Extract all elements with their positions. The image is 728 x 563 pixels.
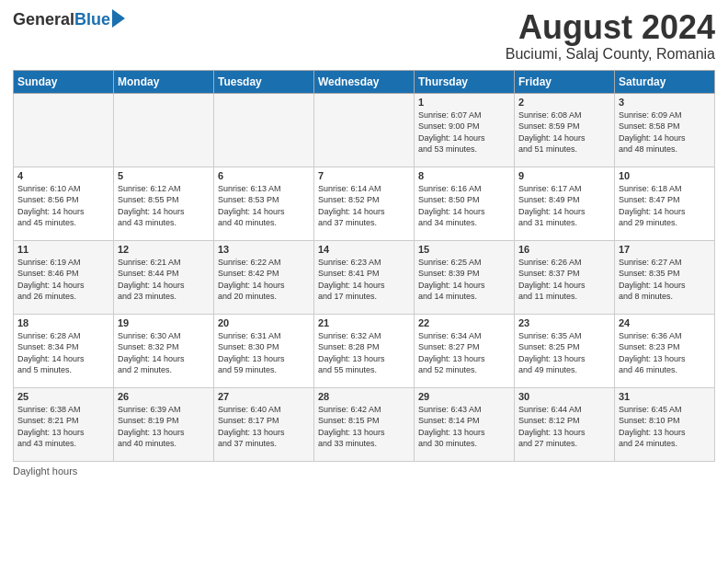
day-info: Sunrise: 6:44 AM Sunset: 8:12 PM Dayligh… (518, 404, 610, 450)
calendar-week-row: 11Sunrise: 6:19 AM Sunset: 8:46 PM Dayli… (14, 240, 715, 314)
day-number: 6 (218, 170, 310, 181)
day-info: Sunrise: 6:21 AM Sunset: 8:44 PM Dayligh… (118, 257, 210, 303)
calendar-cell: 26Sunrise: 6:39 AM Sunset: 8:19 PM Dayli… (114, 387, 214, 461)
day-number: 18 (17, 317, 109, 328)
calendar-cell: 17Sunrise: 6:27 AM Sunset: 8:35 PM Dayli… (615, 240, 715, 314)
day-info: Sunrise: 6:35 AM Sunset: 8:25 PM Dayligh… (518, 330, 610, 376)
logo-blue-text: Blue (74, 10, 110, 29)
day-info: Sunrise: 6:23 AM Sunset: 8:41 PM Dayligh… (318, 257, 410, 303)
day-number: 11 (17, 244, 109, 255)
day-info: Sunrise: 6:45 AM Sunset: 8:10 PM Dayligh… (619, 404, 711, 450)
day-number: 27 (218, 391, 310, 402)
calendar-cell: 19Sunrise: 6:30 AM Sunset: 8:32 PM Dayli… (114, 314, 214, 387)
calendar-week-row: 25Sunrise: 6:38 AM Sunset: 8:21 PM Dayli… (14, 387, 715, 461)
day-info: Sunrise: 6:07 AM Sunset: 9:00 PM Dayligh… (418, 109, 510, 155)
page-header: General Blue August 2024 Buciumi, Salaj … (13, 9, 715, 63)
calendar-table: SundayMondayTuesdayWednesdayThursdayFrid… (13, 70, 715, 462)
footer-note: Daylight hours (13, 465, 715, 477)
day-info: Sunrise: 6:43 AM Sunset: 8:14 PM Dayligh… (418, 404, 510, 450)
day-number: 21 (318, 317, 410, 328)
calendar-cell: 13Sunrise: 6:22 AM Sunset: 8:42 PM Dayli… (214, 240, 314, 314)
day-number: 1 (418, 97, 510, 108)
day-number: 30 (518, 391, 610, 402)
calendar-cell: 8Sunrise: 6:16 AM Sunset: 8:50 PM Daylig… (415, 167, 515, 240)
calendar-cell: 24Sunrise: 6:36 AM Sunset: 8:23 PM Dayli… (615, 314, 715, 387)
calendar-cell: 21Sunrise: 6:32 AM Sunset: 8:28 PM Dayli… (314, 314, 415, 387)
day-header-tuesday: Tuesday (214, 70, 314, 93)
day-info: Sunrise: 6:40 AM Sunset: 8:17 PM Dayligh… (218, 404, 310, 450)
day-info: Sunrise: 6:13 AM Sunset: 8:53 PM Dayligh… (218, 183, 310, 229)
calendar-week-row: 18Sunrise: 6:28 AM Sunset: 8:34 PM Dayli… (14, 314, 715, 387)
day-header-sunday: Sunday (14, 70, 114, 93)
calendar-cell: 9Sunrise: 6:17 AM Sunset: 8:49 PM Daylig… (515, 167, 615, 240)
day-number: 16 (518, 244, 610, 255)
day-number: 17 (619, 244, 711, 255)
day-number: 20 (218, 317, 310, 328)
day-info: Sunrise: 6:31 AM Sunset: 8:30 PM Dayligh… (218, 330, 310, 376)
day-number: 13 (218, 244, 310, 255)
day-number: 28 (318, 391, 410, 402)
calendar-header-row: SundayMondayTuesdayWednesdayThursdayFrid… (14, 70, 715, 93)
logo-general-text: General (13, 10, 74, 29)
day-info: Sunrise: 6:32 AM Sunset: 8:28 PM Dayligh… (318, 330, 410, 376)
calendar-cell: 14Sunrise: 6:23 AM Sunset: 8:41 PM Dayli… (314, 240, 415, 314)
calendar-cell: 27Sunrise: 6:40 AM Sunset: 8:17 PM Dayli… (214, 387, 314, 461)
calendar-cell: 31Sunrise: 6:45 AM Sunset: 8:10 PM Dayli… (615, 387, 715, 461)
day-number: 29 (418, 391, 510, 402)
calendar-cell (14, 93, 114, 167)
day-info: Sunrise: 6:18 AM Sunset: 8:47 PM Dayligh… (619, 183, 711, 229)
day-info: Sunrise: 6:22 AM Sunset: 8:42 PM Dayligh… (218, 257, 310, 303)
day-number: 12 (118, 244, 210, 255)
calendar-cell: 25Sunrise: 6:38 AM Sunset: 8:21 PM Dayli… (14, 387, 114, 461)
day-header-wednesday: Wednesday (314, 70, 415, 93)
day-number: 5 (118, 170, 210, 181)
calendar-cell (114, 93, 214, 167)
calendar-cell (214, 93, 314, 167)
day-info: Sunrise: 6:25 AM Sunset: 8:39 PM Dayligh… (418, 257, 510, 303)
calendar-week-row: 4Sunrise: 6:10 AM Sunset: 8:56 PM Daylig… (14, 167, 715, 240)
day-number: 19 (118, 317, 210, 328)
calendar-cell: 3Sunrise: 6:09 AM Sunset: 8:58 PM Daylig… (615, 93, 715, 167)
calendar-cell: 6Sunrise: 6:13 AM Sunset: 8:53 PM Daylig… (214, 167, 314, 240)
month-title: August 2024 (506, 9, 715, 46)
day-number: 15 (418, 244, 510, 255)
day-header-monday: Monday (114, 70, 214, 93)
calendar-cell: 12Sunrise: 6:21 AM Sunset: 8:44 PM Dayli… (114, 240, 214, 314)
location-title: Buciumi, Salaj County, Romania (506, 46, 715, 63)
day-number: 26 (118, 391, 210, 402)
calendar-cell: 15Sunrise: 6:25 AM Sunset: 8:39 PM Dayli… (415, 240, 515, 314)
day-info: Sunrise: 6:26 AM Sunset: 8:37 PM Dayligh… (518, 257, 610, 303)
logo: General Blue (13, 9, 125, 29)
day-number: 22 (418, 317, 510, 328)
day-header-saturday: Saturday (615, 70, 715, 93)
day-info: Sunrise: 6:10 AM Sunset: 8:56 PM Dayligh… (17, 183, 109, 229)
calendar-cell: 30Sunrise: 6:44 AM Sunset: 8:12 PM Dayli… (515, 387, 615, 461)
calendar-cell: 1Sunrise: 6:07 AM Sunset: 9:00 PM Daylig… (415, 93, 515, 167)
calendar-cell: 20Sunrise: 6:31 AM Sunset: 8:30 PM Dayli… (214, 314, 314, 387)
day-number: 14 (318, 244, 410, 255)
day-number: 25 (17, 391, 109, 402)
day-info: Sunrise: 6:08 AM Sunset: 8:59 PM Dayligh… (518, 109, 610, 155)
day-info: Sunrise: 6:17 AM Sunset: 8:49 PM Dayligh… (518, 183, 610, 229)
day-info: Sunrise: 6:34 AM Sunset: 8:27 PM Dayligh… (418, 330, 510, 376)
calendar-cell: 22Sunrise: 6:34 AM Sunset: 8:27 PM Dayli… (415, 314, 515, 387)
day-number: 7 (318, 170, 410, 181)
logo-arrow-icon (112, 9, 125, 28)
day-info: Sunrise: 6:30 AM Sunset: 8:32 PM Dayligh… (118, 330, 210, 376)
page-container: General Blue August 2024 Buciumi, Salaj … (0, 0, 728, 563)
day-number: 2 (518, 97, 610, 108)
day-number: 3 (619, 97, 711, 108)
calendar-cell: 18Sunrise: 6:28 AM Sunset: 8:34 PM Dayli… (14, 314, 114, 387)
calendar-cell: 29Sunrise: 6:43 AM Sunset: 8:14 PM Dayli… (415, 387, 515, 461)
day-info: Sunrise: 6:28 AM Sunset: 8:34 PM Dayligh… (17, 330, 109, 376)
calendar-week-row: 1Sunrise: 6:07 AM Sunset: 9:00 PM Daylig… (14, 93, 715, 167)
title-block: August 2024 Buciumi, Salaj County, Roman… (506, 9, 715, 63)
day-info: Sunrise: 6:39 AM Sunset: 8:19 PM Dayligh… (118, 404, 210, 450)
day-info: Sunrise: 6:12 AM Sunset: 8:55 PM Dayligh… (118, 183, 210, 229)
calendar-cell: 7Sunrise: 6:14 AM Sunset: 8:52 PM Daylig… (314, 167, 415, 240)
day-info: Sunrise: 6:14 AM Sunset: 8:52 PM Dayligh… (318, 183, 410, 229)
calendar-cell (314, 93, 415, 167)
day-info: Sunrise: 6:38 AM Sunset: 8:21 PM Dayligh… (17, 404, 109, 450)
day-info: Sunrise: 6:42 AM Sunset: 8:15 PM Dayligh… (318, 404, 410, 450)
day-number: 8 (418, 170, 510, 181)
